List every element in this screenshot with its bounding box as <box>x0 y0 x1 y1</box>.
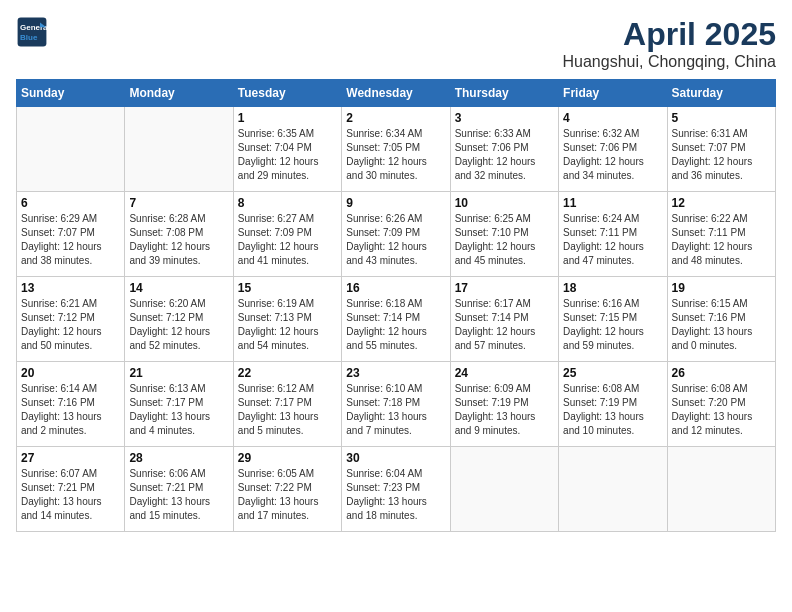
day-detail: Sunrise: 6:12 AMSunset: 7:17 PMDaylight:… <box>238 382 337 438</box>
calendar-day-cell: 20Sunrise: 6:14 AMSunset: 7:16 PMDayligh… <box>17 362 125 447</box>
day-detail: Sunrise: 6:26 AMSunset: 7:09 PMDaylight:… <box>346 212 445 268</box>
calendar-day-cell: 21Sunrise: 6:13 AMSunset: 7:17 PMDayligh… <box>125 362 233 447</box>
day-number: 1 <box>238 111 337 125</box>
day-detail: Sunrise: 6:08 AMSunset: 7:19 PMDaylight:… <box>563 382 662 438</box>
calendar-day-cell: 14Sunrise: 6:20 AMSunset: 7:12 PMDayligh… <box>125 277 233 362</box>
calendar-day-cell <box>125 107 233 192</box>
day-detail: Sunrise: 6:22 AMSunset: 7:11 PMDaylight:… <box>672 212 771 268</box>
day-detail: Sunrise: 6:13 AMSunset: 7:17 PMDaylight:… <box>129 382 228 438</box>
day-number: 5 <box>672 111 771 125</box>
calendar-day-cell: 29Sunrise: 6:05 AMSunset: 7:22 PMDayligh… <box>233 447 341 532</box>
day-number: 10 <box>455 196 554 210</box>
calendar-day-cell: 27Sunrise: 6:07 AMSunset: 7:21 PMDayligh… <box>17 447 125 532</box>
calendar-day-cell: 12Sunrise: 6:22 AMSunset: 7:11 PMDayligh… <box>667 192 775 277</box>
day-of-week-header: Sunday <box>17 80 125 107</box>
calendar-title: April 2025 <box>563 16 776 53</box>
day-number: 21 <box>129 366 228 380</box>
calendar-day-cell <box>559 447 667 532</box>
day-detail: Sunrise: 6:29 AMSunset: 7:07 PMDaylight:… <box>21 212 120 268</box>
day-number: 30 <box>346 451 445 465</box>
day-detail: Sunrise: 6:33 AMSunset: 7:06 PMDaylight:… <box>455 127 554 183</box>
calendar-week-row: 6Sunrise: 6:29 AMSunset: 7:07 PMDaylight… <box>17 192 776 277</box>
day-number: 12 <box>672 196 771 210</box>
calendar-day-cell: 7Sunrise: 6:28 AMSunset: 7:08 PMDaylight… <box>125 192 233 277</box>
day-detail: Sunrise: 6:32 AMSunset: 7:06 PMDaylight:… <box>563 127 662 183</box>
calendar-day-cell <box>667 447 775 532</box>
calendar-day-cell: 15Sunrise: 6:19 AMSunset: 7:13 PMDayligh… <box>233 277 341 362</box>
calendar-day-cell: 23Sunrise: 6:10 AMSunset: 7:18 PMDayligh… <box>342 362 450 447</box>
header: General Blue April 2025 Huangshui, Chong… <box>16 16 776 71</box>
day-number: 4 <box>563 111 662 125</box>
calendar-day-cell: 30Sunrise: 6:04 AMSunset: 7:23 PMDayligh… <box>342 447 450 532</box>
day-detail: Sunrise: 6:18 AMSunset: 7:14 PMDaylight:… <box>346 297 445 353</box>
day-number: 24 <box>455 366 554 380</box>
day-number: 13 <box>21 281 120 295</box>
day-detail: Sunrise: 6:07 AMSunset: 7:21 PMDaylight:… <box>21 467 120 523</box>
calendar-week-row: 20Sunrise: 6:14 AMSunset: 7:16 PMDayligh… <box>17 362 776 447</box>
day-detail: Sunrise: 6:25 AMSunset: 7:10 PMDaylight:… <box>455 212 554 268</box>
day-number: 26 <box>672 366 771 380</box>
day-detail: Sunrise: 6:17 AMSunset: 7:14 PMDaylight:… <box>455 297 554 353</box>
calendar-day-cell: 1Sunrise: 6:35 AMSunset: 7:04 PMDaylight… <box>233 107 341 192</box>
calendar-day-cell: 2Sunrise: 6:34 AMSunset: 7:05 PMDaylight… <box>342 107 450 192</box>
calendar-day-cell: 28Sunrise: 6:06 AMSunset: 7:21 PMDayligh… <box>125 447 233 532</box>
calendar-week-row: 13Sunrise: 6:21 AMSunset: 7:12 PMDayligh… <box>17 277 776 362</box>
day-number: 29 <box>238 451 337 465</box>
day-number: 28 <box>129 451 228 465</box>
title-block: April 2025 Huangshui, Chongqing, China <box>563 16 776 71</box>
day-number: 18 <box>563 281 662 295</box>
day-detail: Sunrise: 6:16 AMSunset: 7:15 PMDaylight:… <box>563 297 662 353</box>
day-number: 16 <box>346 281 445 295</box>
day-of-week-header: Friday <box>559 80 667 107</box>
calendar-day-cell: 16Sunrise: 6:18 AMSunset: 7:14 PMDayligh… <box>342 277 450 362</box>
day-of-week-header: Saturday <box>667 80 775 107</box>
day-detail: Sunrise: 6:19 AMSunset: 7:13 PMDaylight:… <box>238 297 337 353</box>
calendar-day-cell: 8Sunrise: 6:27 AMSunset: 7:09 PMDaylight… <box>233 192 341 277</box>
calendar-day-cell: 13Sunrise: 6:21 AMSunset: 7:12 PMDayligh… <box>17 277 125 362</box>
day-detail: Sunrise: 6:35 AMSunset: 7:04 PMDaylight:… <box>238 127 337 183</box>
day-detail: Sunrise: 6:31 AMSunset: 7:07 PMDaylight:… <box>672 127 771 183</box>
calendar-day-cell: 17Sunrise: 6:17 AMSunset: 7:14 PMDayligh… <box>450 277 558 362</box>
svg-text:Blue: Blue <box>20 33 38 42</box>
day-number: 20 <box>21 366 120 380</box>
day-number: 25 <box>563 366 662 380</box>
calendar-day-cell: 6Sunrise: 6:29 AMSunset: 7:07 PMDaylight… <box>17 192 125 277</box>
day-detail: Sunrise: 6:20 AMSunset: 7:12 PMDaylight:… <box>129 297 228 353</box>
day-detail: Sunrise: 6:14 AMSunset: 7:16 PMDaylight:… <box>21 382 120 438</box>
day-number: 23 <box>346 366 445 380</box>
day-detail: Sunrise: 6:28 AMSunset: 7:08 PMDaylight:… <box>129 212 228 268</box>
logo: General Blue <box>16 16 48 48</box>
day-detail: Sunrise: 6:06 AMSunset: 7:21 PMDaylight:… <box>129 467 228 523</box>
day-detail: Sunrise: 6:34 AMSunset: 7:05 PMDaylight:… <box>346 127 445 183</box>
day-of-week-header: Wednesday <box>342 80 450 107</box>
day-number: 27 <box>21 451 120 465</box>
day-detail: Sunrise: 6:09 AMSunset: 7:19 PMDaylight:… <box>455 382 554 438</box>
calendar-day-cell: 26Sunrise: 6:08 AMSunset: 7:20 PMDayligh… <box>667 362 775 447</box>
day-detail: Sunrise: 6:08 AMSunset: 7:20 PMDaylight:… <box>672 382 771 438</box>
day-number: 19 <box>672 281 771 295</box>
calendar-day-cell: 25Sunrise: 6:08 AMSunset: 7:19 PMDayligh… <box>559 362 667 447</box>
calendar-day-cell: 3Sunrise: 6:33 AMSunset: 7:06 PMDaylight… <box>450 107 558 192</box>
day-number: 9 <box>346 196 445 210</box>
calendar-header-row: SundayMondayTuesdayWednesdayThursdayFrid… <box>17 80 776 107</box>
day-number: 3 <box>455 111 554 125</box>
calendar-day-cell: 4Sunrise: 6:32 AMSunset: 7:06 PMDaylight… <box>559 107 667 192</box>
calendar-table: SundayMondayTuesdayWednesdayThursdayFrid… <box>16 79 776 532</box>
svg-text:General: General <box>20 23 48 32</box>
calendar-day-cell <box>450 447 558 532</box>
day-number: 8 <box>238 196 337 210</box>
day-number: 6 <box>21 196 120 210</box>
day-of-week-header: Tuesday <box>233 80 341 107</box>
calendar-week-row: 1Sunrise: 6:35 AMSunset: 7:04 PMDaylight… <box>17 107 776 192</box>
day-detail: Sunrise: 6:21 AMSunset: 7:12 PMDaylight:… <box>21 297 120 353</box>
calendar-day-cell: 10Sunrise: 6:25 AMSunset: 7:10 PMDayligh… <box>450 192 558 277</box>
day-number: 11 <box>563 196 662 210</box>
calendar-day-cell: 9Sunrise: 6:26 AMSunset: 7:09 PMDaylight… <box>342 192 450 277</box>
day-detail: Sunrise: 6:10 AMSunset: 7:18 PMDaylight:… <box>346 382 445 438</box>
day-detail: Sunrise: 6:24 AMSunset: 7:11 PMDaylight:… <box>563 212 662 268</box>
calendar-day-cell: 22Sunrise: 6:12 AMSunset: 7:17 PMDayligh… <box>233 362 341 447</box>
day-detail: Sunrise: 6:05 AMSunset: 7:22 PMDaylight:… <box>238 467 337 523</box>
day-detail: Sunrise: 6:15 AMSunset: 7:16 PMDaylight:… <box>672 297 771 353</box>
day-number: 22 <box>238 366 337 380</box>
calendar-subtitle: Huangshui, Chongqing, China <box>563 53 776 71</box>
